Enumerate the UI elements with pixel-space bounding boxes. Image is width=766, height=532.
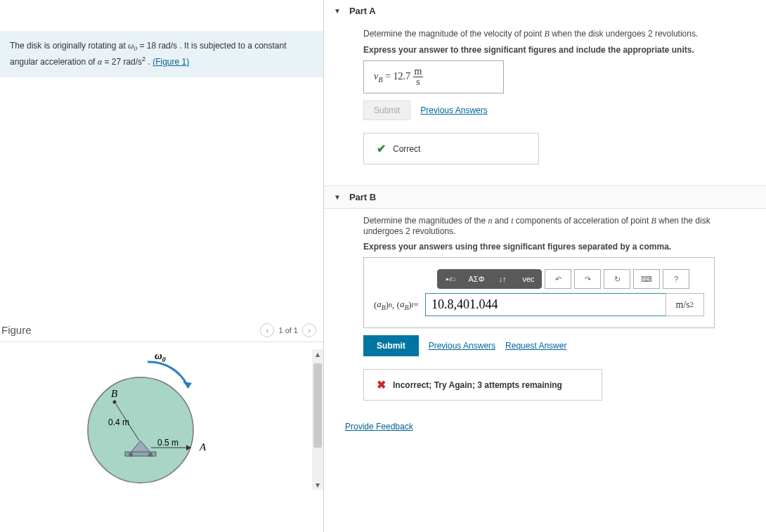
- part-a-question: Determine the magnitude of the velocity …: [363, 29, 738, 39]
- toolbar-arrows-button[interactable]: ↓↑: [489, 269, 516, 289]
- toolbar-reset-button[interactable]: ↻: [604, 269, 630, 289]
- part-a-submit-button: Submit: [363, 100, 410, 120]
- problem-text: The disk is originally rotating at ω0 = …: [10, 41, 287, 67]
- figure-svg: ω0 B A 0.4 m 0.5 m: [63, 349, 232, 490]
- part-a-title: Part A: [349, 6, 376, 16]
- part-b-question: Determine the magnitudes of the n and t …: [363, 216, 738, 236]
- part-b-feedback: ✖ Incorrect; Try Again; 3 attempts remai…: [363, 369, 602, 401]
- toolbar-template-button[interactable]: ▪√□: [437, 269, 464, 289]
- x-icon: ✖: [377, 378, 386, 391]
- figure-scrollbar[interactable]: ▴ ▾: [312, 349, 323, 490]
- provide-feedback-link[interactable]: Provide Feedback: [345, 422, 413, 432]
- toolbar-redo-button[interactable]: ↷: [574, 269, 601, 289]
- figure-title: Figure: [1, 324, 32, 336]
- part-b-header[interactable]: ▼ Part B: [324, 186, 766, 209]
- check-icon: ✔: [377, 142, 386, 155]
- part-b-answer-input[interactable]: [425, 293, 666, 316]
- answer-prefix: (aB)n, (aB)t =: [374, 293, 425, 316]
- part-a-feedback: ✔ Correct: [363, 133, 539, 164]
- part-b-body: Determine the magnitudes of the n and t …: [324, 209, 766, 408]
- caret-down-icon: ▼: [334, 193, 341, 201]
- figure-header: Figure ‹ 1 of 1 ›: [0, 319, 323, 342]
- svg-text:A: A: [199, 441, 207, 453]
- problem-statement: The disk is originally rotating at ω0 = …: [0, 31, 323, 77]
- part-b-title: Part B: [349, 192, 376, 202]
- svg-text:0.4 m: 0.4 m: [108, 417, 129, 427]
- figure-prev-button[interactable]: ‹: [260, 323, 274, 337]
- svg-point-1: [88, 377, 193, 483]
- answer-unit: m/s2: [666, 293, 704, 316]
- toolbar-undo-button[interactable]: ↶: [545, 269, 571, 289]
- part-b-answer-area: ▪√□ ΑΣΦ ↓↑ vec ↶ ↷ ↻ ⌨ ? (aB)n, (aB)t =: [363, 257, 715, 328]
- part-a-prev-answers-link[interactable]: Previous Answers: [420, 105, 487, 115]
- figure-next-button[interactable]: ›: [302, 323, 316, 337]
- feedback-text: Incorrect; Try Again; 3 attempts remaini…: [393, 380, 562, 390]
- part-b-request-answer-link[interactable]: Request Answer: [505, 341, 566, 351]
- toolbar-greek-button[interactable]: ΑΣΦ: [463, 269, 490, 289]
- part-a-instruction: Express your answer to three significant…: [363, 45, 738, 55]
- svg-text:0.5 m: 0.5 m: [157, 438, 178, 448]
- part-b-submit-button[interactable]: Submit: [363, 335, 419, 356]
- formula-toolbar: ▪√□ ΑΣΦ ↓↑ vec ↶ ↷ ↻ ⌨ ?: [437, 269, 689, 289]
- svg-point-6: [113, 400, 117, 403]
- part-a-header[interactable]: ▼ Part A: [324, 0, 766, 22]
- svg-point-5: [148, 453, 152, 457]
- part-b-prev-answers-link[interactable]: Previous Answers: [429, 341, 495, 351]
- part-b-instruction: Express your answers using three signifi…: [363, 242, 738, 252]
- figure-link[interactable]: (Figure 1): [152, 57, 189, 67]
- toolbar-help-button[interactable]: ?: [663, 269, 689, 289]
- caret-down-icon: ▼: [334, 7, 341, 15]
- svg-point-4: [129, 453, 133, 457]
- scroll-up-icon[interactable]: ▴: [312, 349, 323, 359]
- svg-text:ω0: ω0: [155, 350, 166, 363]
- scroll-down-icon[interactable]: ▾: [312, 480, 323, 490]
- svg-text:B: B: [111, 388, 117, 399]
- toolbar-keyboard-button[interactable]: ⌨: [633, 269, 660, 289]
- feedback-text: Correct: [393, 144, 420, 154]
- toolbar-vec-button[interactable]: vec: [515, 269, 542, 289]
- figure-nav-text: 1 of 1: [278, 326, 298, 335]
- scroll-thumb[interactable]: [313, 363, 322, 448]
- part-a-body: Determine the magnitude of the velocity …: [324, 22, 766, 171]
- figure-body: ω0 B A 0.4 m 0.5 m ▴ ▾: [0, 349, 323, 490]
- part-a-answer-box: vB = 12.7 m s: [363, 60, 504, 93]
